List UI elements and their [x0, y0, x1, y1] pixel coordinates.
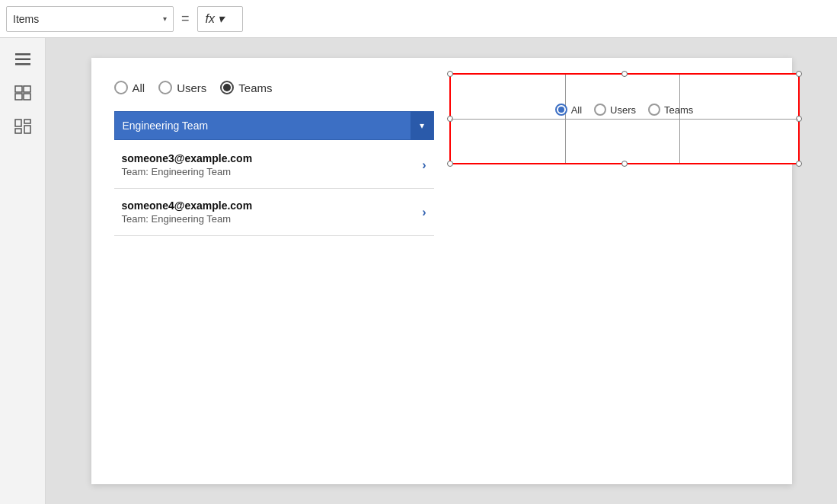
svg-rect-4	[24, 86, 30, 92]
inner-radio-all[interactable]: All	[555, 104, 582, 116]
radio-teams[interactable]: Teams	[220, 81, 272, 94]
list-item-content-2: someone4@example.com Team: Engineering T…	[122, 199, 253, 225]
radio-users[interactable]: Users	[158, 81, 206, 94]
svg-rect-7	[15, 120, 21, 126]
handle-top-right[interactable]	[796, 71, 802, 77]
radio-users-label: Users	[177, 81, 206, 94]
list-item-title-2: someone4@example.com	[122, 199, 253, 212]
svg-rect-5	[15, 94, 22, 100]
team-dropdown-label: Engineering Team	[123, 120, 209, 132]
sidebar	[0, 38, 46, 504]
resize-line-horizontal	[451, 119, 798, 120]
svg-rect-10	[24, 126, 30, 133]
list-item-content-1: someone3@example.com Team: Engineering T…	[122, 152, 253, 177]
svg-rect-3	[15, 86, 22, 92]
list-item-chevron-2: ›	[422, 206, 426, 219]
list-item[interactable]: someone3@example.com Team: Engineering T…	[114, 142, 434, 189]
list-item-subtitle-2: Team: Engineering Team	[122, 213, 253, 225]
inner-radio-all-label: All	[571, 104, 582, 116]
svg-rect-2	[15, 63, 30, 65]
svg-rect-8	[24, 120, 30, 123]
list-item-2[interactable]: someone4@example.com Team: Engineering T…	[114, 189, 434, 236]
handle-bottom-left[interactable]	[447, 161, 453, 167]
inner-radio-users[interactable]: Users	[594, 104, 636, 116]
fx-arrow: ▾	[218, 11, 224, 26]
list-item-chevron-1: ›	[422, 158, 426, 172]
selected-component: All Users Teams	[449, 73, 800, 164]
canvas: All Users Teams Engineering Team ▾	[91, 58, 792, 484]
svg-rect-0	[15, 53, 30, 56]
filter-radio-group: All Users Teams	[114, 81, 273, 94]
items-dropdown-label: Items	[13, 13, 39, 25]
list-item-title-1: someone3@example.com	[122, 152, 253, 164]
fx-label: fx	[206, 12, 215, 26]
dashboard-icon[interactable]	[14, 117, 32, 136]
inner-radio-group: All Users Teams	[555, 104, 694, 116]
toolbar: Items ▾ = fx ▾	[0, 0, 837, 38]
inner-radio-teams[interactable]: Teams	[648, 104, 693, 116]
handle-top-left[interactable]	[447, 71, 453, 77]
team-dropdown-arrow[interactable]: ▾	[411, 111, 433, 140]
radio-teams-label: Teams	[238, 81, 272, 94]
dropdown-chevron-icon: ▾	[420, 120, 424, 131]
handle-bottom-right[interactable]	[796, 161, 802, 167]
radio-teams-circle	[220, 81, 234, 94]
radio-all[interactable]: All	[114, 81, 145, 94]
items-dropdown-arrow: ▾	[163, 14, 167, 23]
inner-radio-teams-circle	[648, 104, 660, 116]
radio-all-label: All	[133, 81, 145, 94]
team-dropdown[interactable]: Engineering Team ▾	[114, 111, 434, 140]
inner-radio-users-circle	[594, 104, 606, 116]
radio-users-circle	[158, 81, 172, 94]
equals-symbol: =	[177, 11, 194, 27]
list-container: someone3@example.com Team: Engineering T…	[114, 142, 434, 236]
items-dropdown[interactable]: Items ▾	[6, 6, 174, 32]
inner-radio-teams-label: Teams	[664, 104, 693, 116]
list-item-subtitle-1: Team: Engineering Team	[122, 166, 253, 177]
fx-button[interactable]: fx ▾	[197, 6, 243, 32]
inner-radio-all-circle	[555, 104, 567, 116]
hamburger-icon[interactable]	[14, 50, 32, 69]
radio-all-circle	[114, 81, 128, 94]
handle-bottom-center[interactable]	[621, 161, 628, 167]
resize-line-vertical-1	[565, 75, 566, 163]
svg-rect-6	[24, 94, 30, 100]
svg-rect-1	[15, 59, 30, 61]
handle-top-center[interactable]	[621, 71, 628, 77]
inner-radio-users-label: Users	[610, 104, 636, 116]
svg-rect-9	[15, 129, 21, 133]
main-area: All Users Teams Engineering Team ▾	[46, 38, 837, 504]
layers-icon[interactable]	[14, 84, 32, 102]
resize-line-vertical-2	[679, 75, 680, 163]
